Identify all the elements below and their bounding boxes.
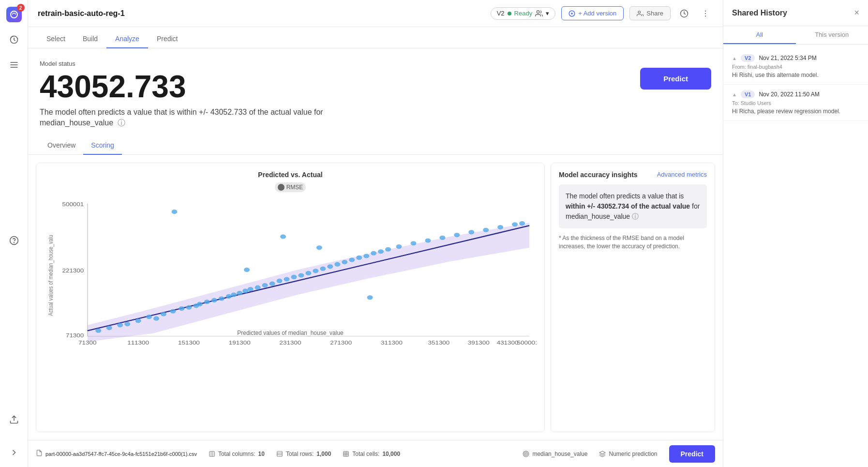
svg-point-61 [396,244,402,249]
total-columns-label: Total columns: [218,451,255,457]
svg-point-70 [519,221,525,226]
svg-point-14 [705,10,706,11]
svg-text:500001: 500001 [62,201,84,207]
svg-point-29 [170,309,176,313]
svg-rect-97 [344,451,349,456]
history-list: ▲ V2 Nov 21, 2022 5:34 PM From: final-bu… [723,45,868,467]
svg-point-54 [342,260,347,264]
total-cells-label: Total cells: [352,451,379,457]
add-version-button[interactable]: + Add version [561,6,624,20]
svg-point-0 [11,11,17,18]
svg-point-58 [371,251,376,255]
svg-text:271300: 271300 [330,340,352,346]
svg-point-53 [334,262,340,266]
share-label: Share [646,10,663,17]
svg-point-24 [124,322,130,326]
svg-point-75 [316,245,322,250]
version-selector[interactable]: V2 Ready ▾ [491,7,555,20]
more-options-button[interactable] [698,6,713,21]
svg-point-55 [349,257,355,262]
svg-point-104 [525,453,526,454]
svg-point-12 [638,11,641,13]
svg-text:71300: 71300 [66,332,84,338]
svg-point-71 [171,210,177,214]
chart-toggle[interactable]: RMSE [44,182,537,192]
svg-point-28 [161,312,166,316]
svg-point-60 [385,247,391,251]
left-sidebar: 2 [0,0,28,467]
svg-text:351300: 351300 [428,340,449,346]
insight-text-prefix: The model often predicts a value that is [566,192,684,200]
svg-point-46 [284,277,290,281]
panel-tabs: All This version [723,26,868,45]
history-icon-button[interactable] [676,6,692,21]
bottom-bar: part-00000-aa3d7547-ffc7-45ce-9c4a-fc515… [28,440,723,467]
tab-select[interactable]: Select [38,30,74,48]
info-icon: ⓘ [118,119,125,127]
tab-build[interactable]: Build [74,30,106,48]
file-icon [36,450,43,458]
svg-text:Actual values of median_house_: Actual values of median_house_valu [47,235,55,316]
total-columns-info: Total columns: 10 [209,451,265,457]
svg-text:111300: 111300 [127,340,149,346]
version-chip: V1 [741,90,755,98]
tab-predict[interactable]: Predict [148,30,187,48]
svg-point-33 [197,302,203,306]
toggle-dot [278,184,284,191]
svg-point-27 [153,316,159,320]
sidebar-item-history[interactable] [5,31,23,48]
svg-point-68 [497,225,503,229]
panel-tab-all[interactable]: All [723,26,796,44]
svg-point-38 [231,292,237,297]
sidebar-item-help[interactable] [5,232,23,249]
svg-point-40 [242,288,248,293]
svg-point-64 [439,235,445,240]
svg-point-35 [211,298,217,302]
svg-point-69 [512,222,518,226]
rmse-toggle[interactable]: RMSE [275,182,306,192]
prediction-type-info: Numeric prediction [599,451,657,457]
close-panel-button[interactable]: × [854,8,859,18]
svg-marker-19 [88,223,529,342]
predict-bottom-button[interactable]: Predict [669,445,715,463]
svg-point-67 [483,227,489,232]
chart-content: Predicted vs. Actual RMSE [28,155,723,440]
sidebar-item-menu[interactable] [5,56,23,74]
total-rows-value: 1,000 [316,451,331,457]
add-version-label: + Add version [578,10,616,17]
svg-point-44 [269,281,275,286]
history-from: From: final-bugbash4 [732,64,859,70]
history-message: Hi Rishi, use this alternate model. [732,72,859,78]
svg-point-73 [367,295,373,300]
svg-point-57 [363,254,369,258]
svg-text:391300: 391300 [468,340,490,346]
sub-tab-overview[interactable]: Overview [40,136,83,155]
app-logo[interactable]: 2 [5,6,23,23]
prediction-type-label: Numeric prediction [609,451,657,457]
collapse-arrow-icon[interactable]: ▲ [732,92,737,97]
collapse-arrow-icon[interactable]: ▲ [732,56,737,61]
share-button[interactable]: Share [629,6,671,20]
svg-point-59 [378,249,384,254]
tab-analyze[interactable]: Analyze [106,30,148,48]
sidebar-expand-button[interactable] [5,444,23,461]
svg-text:191300: 191300 [229,340,251,346]
content-area: Model status 43052.733 The model often p… [28,48,723,440]
target-label: median_house_value [532,451,587,457]
chart-title: Predicted vs. Actual [44,171,537,179]
advanced-metrics-link[interactable]: Advanced metrics [657,171,707,178]
svg-point-42 [255,285,261,289]
app-title: retrain-basic-auto-reg-1 [38,9,125,18]
notification-badge: 2 [17,4,25,12]
shared-history-panel: Shared History × All This version ▲ V2 N… [723,0,868,467]
svg-point-25 [135,318,141,323]
predict-header-button[interactable]: Predict [640,68,711,90]
svg-point-50 [313,269,318,273]
sub-tab-scoring[interactable]: Scoring [83,136,121,155]
history-to: To: Studio Users [732,100,859,106]
svg-rect-91 [210,451,215,456]
sidebar-item-export[interactable] [5,411,23,428]
svg-point-23 [117,323,123,327]
history-item: ▲ V1 Nov 20, 2022 11:50 AM To: Studio Us… [723,85,868,121]
panel-tab-this-version[interactable]: This version [796,26,868,44]
